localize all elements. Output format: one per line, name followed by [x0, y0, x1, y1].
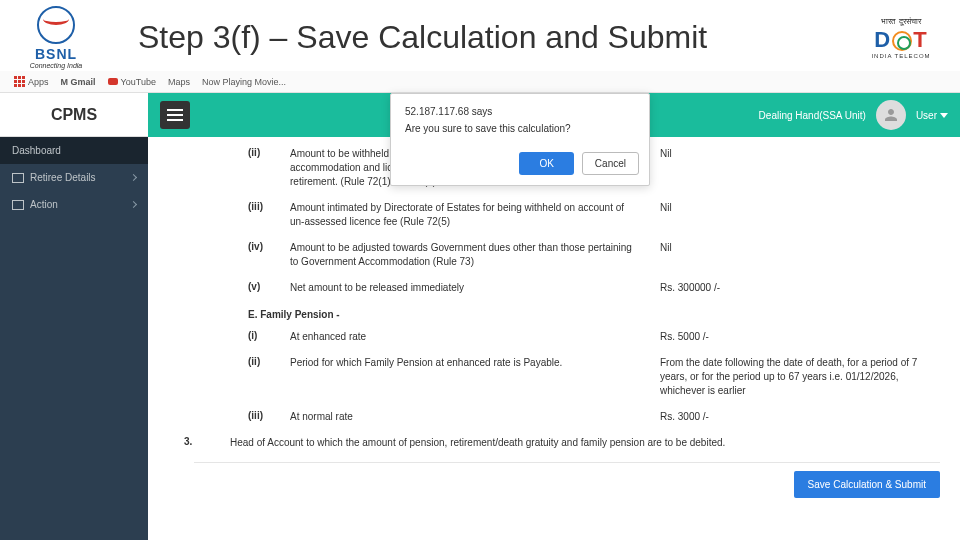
bookmark-gmail[interactable]: M Gmail	[61, 77, 96, 87]
bookmarks-bar: Apps M Gmail YouTube Maps Now Playing Mo…	[0, 71, 960, 93]
hamburger-button[interactable]	[160, 101, 190, 129]
retiree-icon	[12, 173, 24, 183]
bsnl-tagline: Connecting India	[30, 62, 83, 69]
slide-title: Step 3(f) – Save Calculation and Submit	[98, 19, 856, 56]
sidebar-item-retiree[interactable]: Retiree Details	[0, 164, 148, 191]
confirm-dialog: 52.187.117.68 says Are you sure to save …	[390, 93, 650, 186]
bsnl-logo: BSNL Connecting India	[14, 6, 98, 69]
sidebar-item-action[interactable]: Action	[0, 191, 148, 218]
dialog-host: 52.187.117.68 says	[405, 106, 635, 117]
section-e-heading: E. Family Pension -	[248, 309, 940, 320]
sidebar: Dashboard Retiree Details Action	[0, 137, 148, 540]
app-wrapper: 52.187.117.68 says Are you sure to save …	[0, 93, 960, 540]
dot-main: DT	[874, 27, 927, 53]
avatar-icon[interactable]	[876, 100, 906, 130]
dialog-message: Are you sure to save this calculation?	[405, 123, 635, 134]
user-dropdown[interactable]: User	[916, 110, 948, 121]
caret-down-icon	[940, 113, 948, 118]
user-role: Dealing Hand(SSA Unit)	[759, 110, 866, 121]
table-row: 3. Head of Account to which the amount o…	[184, 430, 940, 456]
bookmark-youtube[interactable]: YouTube	[108, 77, 156, 87]
table-row: (iii) Amount intimated by Directorate of…	[248, 195, 940, 235]
bookmark-apps[interactable]: Apps	[14, 76, 49, 87]
sidebar-item-dashboard[interactable]: Dashboard	[0, 137, 148, 164]
dot-logo: भारत दूरसंचार DT INDIA TELECOM	[856, 17, 946, 59]
slide-header: BSNL Connecting India Step 3(f) – Save C…	[0, 0, 960, 71]
dot-hindi: भारत दूरसंचार	[881, 17, 920, 27]
action-icon	[12, 200, 24, 210]
table-row: (i) At enhanced rate Rs. 5000 /-	[248, 324, 940, 350]
chevron-right-icon	[130, 174, 137, 181]
divider	[194, 462, 940, 463]
dot-sub: INDIA TELECOM	[871, 53, 930, 59]
dialog-ok-button[interactable]: OK	[519, 152, 573, 175]
table-row: (ii) Period for which Family Pension at …	[248, 350, 940, 404]
chevron-right-icon	[130, 201, 137, 208]
bsnl-text: BSNL	[35, 46, 77, 62]
cpms-brand: CPMS	[0, 93, 148, 137]
content-area: (ii) Amount to be withheld as indicated …	[148, 137, 960, 540]
save-calculation-submit-button[interactable]: Save Calculation & Submit	[794, 471, 940, 498]
table-row: (v) Net amount to be released immediatel…	[248, 275, 940, 301]
bookmark-maps[interactable]: Maps	[168, 77, 190, 87]
dialog-cancel-button[interactable]: Cancel	[582, 152, 639, 175]
table-row: (iii) At normal rate Rs. 3000 /-	[248, 404, 940, 430]
bookmark-nowplaying[interactable]: Now Playing Movie...	[202, 77, 286, 87]
table-row: (iv) Amount to be adjusted towards Gover…	[248, 235, 940, 275]
